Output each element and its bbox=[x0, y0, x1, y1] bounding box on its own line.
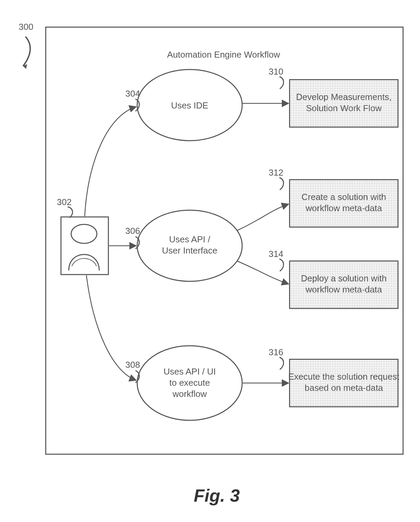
svg-text:Deploy a solution with: Deploy a solution with bbox=[301, 273, 387, 283]
usecase-uses-ide: Uses IDE bbox=[137, 69, 242, 141]
svg-rect-1 bbox=[61, 217, 108, 275]
swoosh-300 bbox=[23, 37, 30, 66]
svg-text:Uses IDE: Uses IDE bbox=[171, 100, 208, 111]
ref-308: 308 bbox=[125, 360, 140, 370]
usecase-uses-api-ui: Uses API / User Interface bbox=[137, 210, 242, 281]
svg-text:to execute: to execute bbox=[169, 378, 210, 388]
svg-point-2 bbox=[71, 224, 97, 243]
ref-312: 312 bbox=[269, 167, 283, 178]
svg-text:based on meta-data: based on meta-data bbox=[304, 383, 383, 393]
svg-text:Uses API / UI: Uses API / UI bbox=[164, 366, 216, 377]
ref-302: 302 bbox=[57, 197, 71, 207]
svg-text:Solution Work Flow: Solution Work Flow bbox=[306, 103, 382, 113]
ref-306: 306 bbox=[125, 226, 140, 236]
actor-node bbox=[61, 217, 108, 275]
figure-ref-300: 300 bbox=[19, 22, 33, 32]
svg-text:workflow meta-data: workflow meta-data bbox=[305, 284, 382, 295]
ref-316: 316 bbox=[269, 347, 283, 357]
ref-310: 310 bbox=[269, 66, 283, 77]
outcome-create-solution: Create a solution with workflow meta-dat… bbox=[290, 180, 398, 227]
svg-text:workflow meta-data: workflow meta-data bbox=[305, 203, 382, 213]
edge-uc2-to-o2 bbox=[237, 204, 289, 230]
outcome-deploy-solution: Deploy a solution with workflow meta-dat… bbox=[290, 261, 398, 308]
figure-caption: Fig. 3 bbox=[194, 486, 240, 505]
edge-uc2-to-o3 bbox=[237, 261, 289, 284]
ref-304: 304 bbox=[125, 88, 140, 99]
svg-text:Uses API /: Uses API / bbox=[169, 234, 210, 244]
svg-text:Execute the solution request: Execute the solution request bbox=[288, 372, 400, 382]
svg-text:Create a solution with: Create a solution with bbox=[301, 192, 386, 202]
svg-text:workflow: workflow bbox=[172, 389, 207, 399]
ref-314: 314 bbox=[269, 249, 283, 259]
diagram-title: Automation Engine Workflow bbox=[167, 49, 280, 60]
usecase-uses-api-ui-execute: Uses API / UI to execute workflow bbox=[137, 346, 242, 420]
outcome-develop-measurements: Develop Measurements, Solution Work Flow bbox=[290, 80, 398, 127]
svg-text:Develop Measurements,: Develop Measurements, bbox=[296, 92, 392, 102]
svg-text:User Interface: User Interface bbox=[162, 245, 217, 256]
outcome-execute-solution: Execute the solution request based on me… bbox=[288, 359, 400, 407]
edge-actor-to-uc1 bbox=[85, 107, 136, 216]
diagram-canvas: Automation Engine Workflow 300 302 Uses … bbox=[0, 0, 420, 522]
